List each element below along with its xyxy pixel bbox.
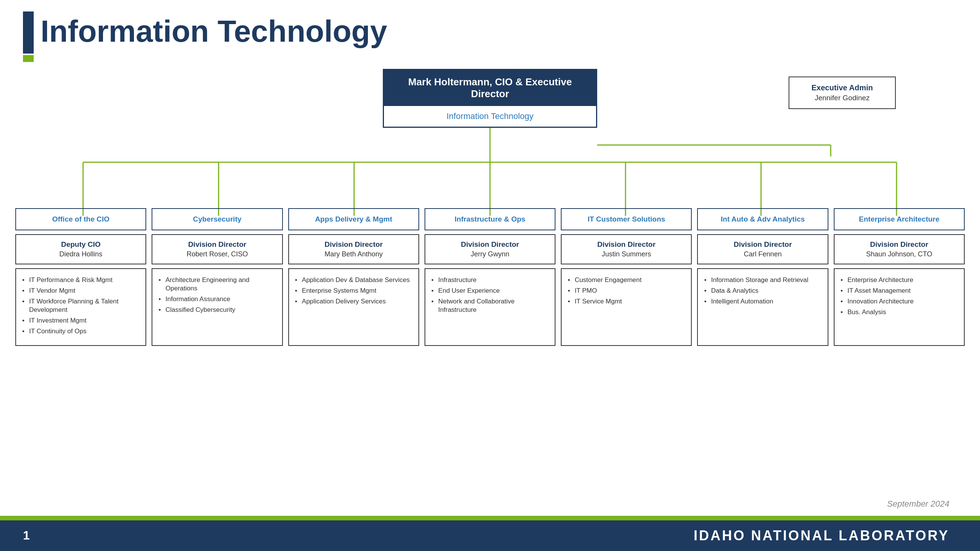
list-item: Network and Collaborative Infrastructure (431, 297, 549, 314)
col-apps-delivery: Apps Delivery & Mgmt Division Director M… (288, 208, 419, 346)
list-item: Architecture Engineering and Operations (158, 276, 276, 293)
dir-name-infra: Jerry Gwynn (428, 250, 552, 258)
items-list-customer: Customer Engagement IT PMO IT Service Mg… (568, 276, 685, 306)
list-item: Customer Engagement (568, 276, 685, 284)
col-int-auto: Int Auto & Adv Analytics Division Direct… (697, 208, 828, 346)
dir-title-apps: Division Director (292, 240, 415, 249)
dir-name-customer: Justin Summers (565, 250, 688, 258)
items-box-apps: Application Dev & Database Services Ente… (288, 268, 419, 346)
items-box-customer: Customer Engagement IT PMO IT Service Mg… (561, 268, 692, 346)
director-box-apps: Division Director Mary Beth Anthony (288, 234, 419, 264)
dir-name-office-cio: Diedra Hollins (19, 250, 142, 258)
director-box-enterprise: Division Director Shaun Johnson, CTO (834, 234, 965, 264)
lab-name: IDAHO NATIONAL LABORATORY (694, 528, 949, 544)
dept-header-enterprise: Enterprise Architecture (834, 208, 965, 230)
dir-name-apps: Mary Beth Anthony (292, 250, 415, 258)
page-title: Information Technology (41, 15, 387, 48)
dir-title-enterprise: Division Director (838, 240, 961, 249)
dir-name-int-auto: Carl Fennen (701, 250, 824, 258)
director-box-office-cio: Deputy CIO Diedra Hollins (15, 234, 146, 264)
list-item: Information Assurance (158, 295, 276, 303)
list-item: Bus. Analysis (841, 308, 958, 316)
list-item: Classified Cybersecurity (158, 306, 276, 314)
col-cybersecurity: Cybersecurity Division Director Robert R… (152, 208, 283, 346)
items-box-office-cio: IT Performance & Risk Mgmt IT Vendor Mgm… (15, 268, 146, 346)
list-item: Enterprise Systems Mgmt (295, 287, 412, 295)
exec-admin-box: Executive Admin Jennifer Godinez (789, 77, 896, 109)
title-section: Information Technology (23, 11, 387, 62)
list-item: IT Vendor Mgmt (22, 287, 139, 295)
dir-title-infra: Division Director (428, 240, 552, 249)
list-item: Intelligent Automation (704, 297, 821, 306)
items-box-infra: Infrastructure End User Experience Netwo… (425, 268, 555, 346)
exec-admin-name: Jennifer Godinez (793, 94, 891, 102)
list-item: Application Dev & Database Services (295, 276, 412, 284)
director-box-customer: Division Director Justin Summers (561, 234, 692, 264)
dir-name-enterprise: Shaun Johnson, CTO (838, 250, 961, 258)
director-box-infra: Division Director Jerry Gwynn (425, 234, 555, 264)
list-item: IT PMO (568, 287, 685, 295)
accent-blue-bar (23, 11, 34, 54)
list-item: IT Performance & Risk Mgmt (22, 276, 139, 284)
col-enterprise-arch: Enterprise Architecture Division Directo… (834, 208, 965, 346)
list-item: Information Storage and Retrieval (704, 276, 821, 284)
connector-svg (15, 128, 965, 216)
list-item: IT Service Mgmt (568, 297, 685, 306)
dept-header-apps: Apps Delivery & Mgmt (288, 208, 419, 230)
dept-header-int-auto: Int Auto & Adv Analytics (697, 208, 828, 230)
footer-bar: IDAHO NATIONAL LABORATORY (0, 520, 980, 551)
footer-page-number: 1 (23, 528, 30, 543)
items-box-int-auto: Information Storage and Retrieval Data &… (697, 268, 828, 346)
col-office-cio: Office of the CIO Deputy CIO Diedra Holl… (15, 208, 146, 346)
list-item: Application Delivery Services (295, 297, 412, 306)
dept-header-cybersecurity: Cybersecurity (152, 208, 283, 230)
list-item: End User Experience (431, 287, 549, 295)
dir-title-office-cio: Deputy CIO (19, 240, 142, 249)
cio-dept: Information Technology (384, 106, 596, 127)
items-list-office-cio: IT Performance & Risk Mgmt IT Vendor Mgm… (22, 276, 139, 336)
items-list-int-auto: Information Storage and Retrieval Data &… (704, 276, 821, 306)
list-item: Data & Analytics (704, 287, 821, 295)
dir-title-customer: Division Director (565, 240, 688, 249)
items-list-infra: Infrastructure End User Experience Netwo… (431, 276, 549, 314)
dir-title-int-auto: Division Director (701, 240, 824, 249)
col-customer-solutions: IT Customer Solutions Division Director … (561, 208, 692, 346)
org-chart: Mark Holtermann, CIO & Executive Directo… (15, 69, 965, 346)
items-box-cybersecurity: Architecture Engineering and Operations … (152, 268, 283, 346)
list-item: IT Workforce Planning & Talent Developme… (22, 297, 139, 314)
items-list-cybersecurity: Architecture Engineering and Operations … (158, 276, 276, 314)
items-list-enterprise: Enterprise Architecture IT Asset Managem… (841, 276, 958, 316)
dept-header-customer: IT Customer Solutions (561, 208, 692, 230)
col-infra-ops: Infrastructure & Ops Division Director J… (425, 208, 555, 346)
dir-title-cybersecurity: Division Director (155, 240, 279, 249)
exec-admin-title: Executive Admin (793, 83, 891, 92)
list-item: IT Asset Management (841, 287, 958, 295)
date-text: September 2024 (887, 499, 949, 509)
cio-name: Mark Holtermann, CIO & Executive Directo… (384, 70, 596, 106)
departments-row: Office of the CIO Deputy CIO Diedra Holl… (15, 208, 965, 346)
dept-header-office-cio: Office of the CIO (15, 208, 146, 230)
green-bar (0, 516, 980, 520)
dept-header-infra: Infrastructure & Ops (425, 208, 555, 230)
cio-box: Mark Holtermann, CIO & Executive Directo… (383, 69, 597, 128)
items-list-apps: Application Dev & Database Services Ente… (295, 276, 412, 306)
director-box-int-auto: Division Director Carl Fennen (697, 234, 828, 264)
list-item: Innovation Architecture (841, 297, 958, 306)
list-item: Infrastructure (431, 276, 549, 284)
list-item: IT Investment Mgmt (22, 316, 139, 325)
list-item: Enterprise Architecture (841, 276, 958, 284)
accent-green-bar (23, 55, 34, 62)
list-item: IT Continuity of Ops (22, 327, 139, 336)
director-box-cybersecurity: Division Director Robert Roser, CISO (152, 234, 283, 264)
dir-name-cybersecurity: Robert Roser, CISO (155, 250, 279, 258)
items-box-enterprise: Enterprise Architecture IT Asset Managem… (834, 268, 965, 346)
